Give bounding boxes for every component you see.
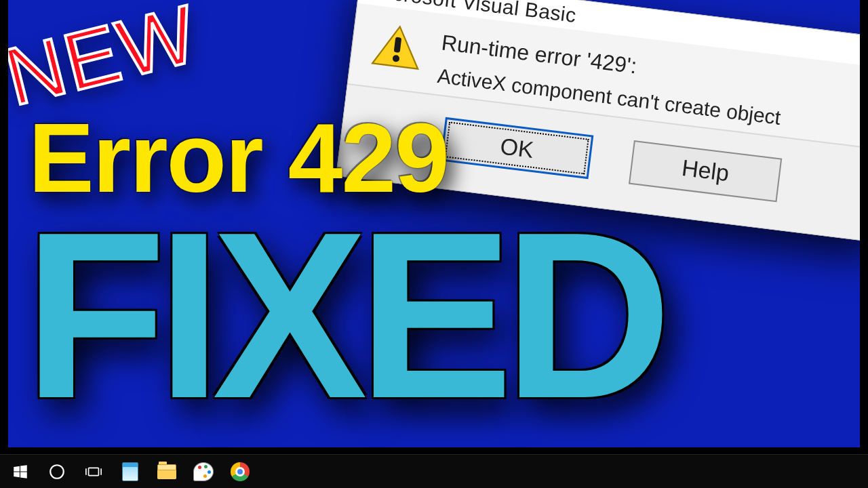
svg-rect-4 [89,468,99,475]
circle-icon [48,463,66,481]
folder-icon [157,462,177,482]
taskbar-app-notepad[interactable] [113,457,148,487]
desktop-background: Microsoft Visual Basic ✕ Run-time error … [8,0,860,447]
warning-icon [371,22,425,70]
start-button[interactable] [3,457,38,487]
taskbar-app-paint[interactable] [186,457,221,487]
cortana-button[interactable] [39,457,75,487]
svg-point-3 [50,465,64,479]
close-icon[interactable]: ✕ [856,39,860,65]
chrome-icon [230,462,250,482]
task-view-icon [85,463,102,481]
taskbar-app-file-explorer[interactable] [149,457,184,487]
taskbar-app-chrome[interactable] [222,457,258,487]
palette-icon [193,462,214,482]
ok-button[interactable]: OK [440,117,593,179]
windows-logo-icon [12,463,29,481]
task-view-button[interactable] [76,457,111,487]
notepad-icon [120,462,140,482]
taskbar [0,454,868,488]
headline-fixed: FIXED [24,197,663,434]
